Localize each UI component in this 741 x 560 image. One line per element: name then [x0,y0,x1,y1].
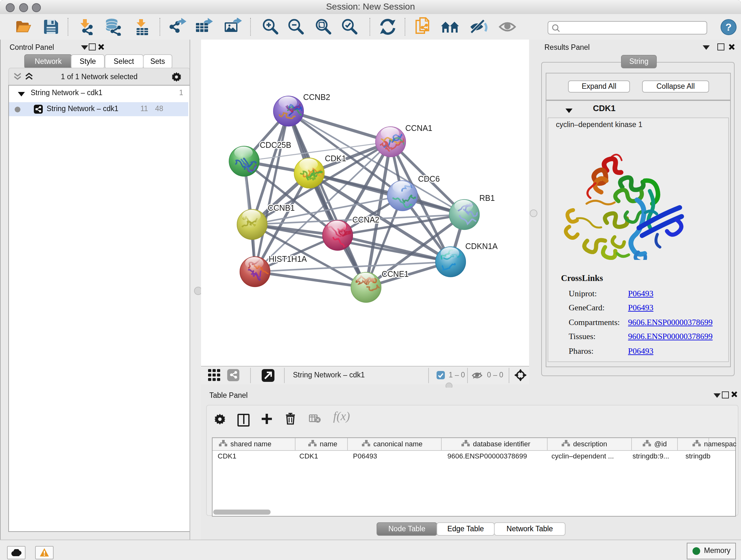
svg-text:CCNA1: CCNA1 [405,124,432,132]
svg-text:CDC6: CDC6 [418,174,440,183]
svg-text:HIST1H1A: HIST1H1A [269,254,307,263]
svg-text:CCNE1: CCNE1 [382,269,409,278]
svg-text:RB1: RB1 [479,193,495,202]
svg-text:CDK1: CDK1 [325,154,346,163]
svg-text:CDC25B: CDC25B [260,140,291,149]
svg-text:CCNB2: CCNB2 [303,92,330,102]
svg-text:CCNA2: CCNA2 [352,215,380,224]
svg-text:CCNB1: CCNB1 [268,203,295,212]
svg-text:CDKN1A: CDKN1A [465,242,498,251]
